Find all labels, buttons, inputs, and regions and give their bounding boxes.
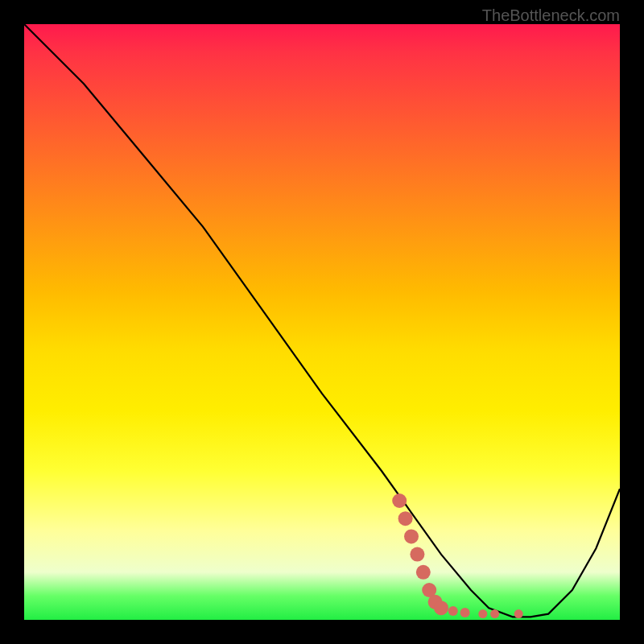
marker-dot [434,601,448,615]
curve-line [24,24,620,617]
marker-dot [478,609,487,618]
marker-dot [514,609,523,618]
marker-dot [490,609,499,618]
plot-area [24,24,620,620]
chart-svg [24,24,620,620]
marker-dot [410,547,424,562]
chart-container: TheBottleneck.com [0,0,644,644]
marker-dot [460,608,470,617]
marker-dot [392,493,407,508]
marker-dot [448,606,458,616]
marker-dot [416,565,431,580]
watermark-text: TheBottleneck.com [482,6,620,25]
marker-dot [398,511,413,526]
marker-dot [404,529,419,543]
